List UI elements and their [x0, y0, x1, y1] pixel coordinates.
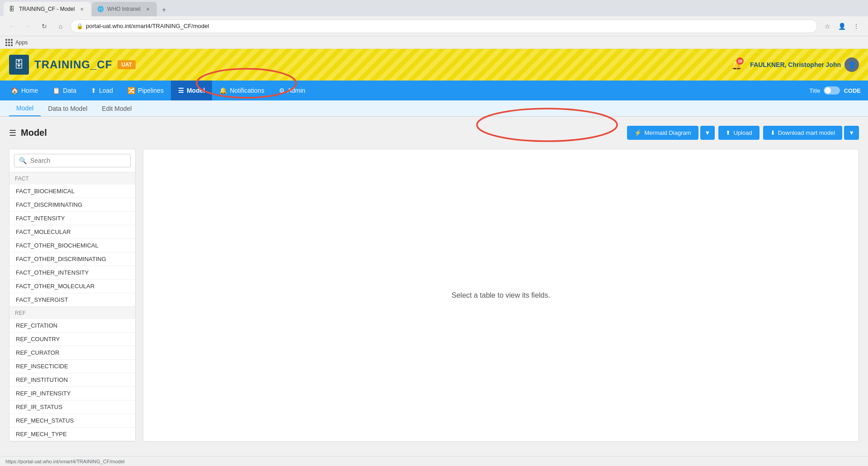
header-left: 🗄 TRAINING_CF UAT	[9, 55, 136, 75]
fact-group-header: FACT	[9, 172, 135, 185]
download-dropdown-button[interactable]: ▼	[844, 126, 859, 140]
search-input[interactable]	[30, 157, 126, 164]
menu-icon[interactable]: ⋮	[850, 20, 863, 33]
toggle-knob	[825, 87, 831, 94]
page-actions: ⚡ Mermaid Diagram ▼ ⬆ Upload ⬇ Download …	[627, 126, 859, 140]
tab-favicon-1: 🗄	[9, 6, 15, 12]
pipelines-icon: 🔀	[127, 87, 135, 94]
list-item[interactable]: FACT_DISCRIMINATING	[9, 198, 135, 212]
nav-load[interactable]: ⬆ Load	[84, 81, 120, 100]
tab-favicon-2: 🌐	[97, 6, 104, 12]
list-item[interactable]: REF_INSECTICIDE	[9, 360, 135, 373]
nav-pipelines[interactable]: 🔀 Pipelines	[120, 81, 171, 100]
user-name: FAULKNER, Christopher John	[750, 61, 841, 68]
bookmark-icon[interactable]: ☆	[821, 20, 834, 33]
list-item[interactable]: FACT_OTHER_INTENSITY	[9, 266, 135, 280]
sub-nav-edit-model[interactable]: Edit Model	[94, 100, 139, 116]
nav-model-label: Model	[187, 87, 205, 94]
chevron-down-icon: ▼	[705, 129, 711, 136]
tab-who-intranet[interactable]: 🌐 WHO Intranet ✕	[92, 2, 156, 16]
nav-home[interactable]: 🏠 Home	[4, 81, 45, 100]
mermaid-diagram-button[interactable]: ⚡ Mermaid Diagram	[627, 126, 698, 140]
nav-data-label: Data	[63, 87, 76, 94]
user-info[interactable]: FAULKNER, Christopher John 👤	[750, 57, 859, 72]
nav-admin-label: Admin	[288, 87, 306, 94]
notification-bell[interactable]: 🔔 16	[728, 57, 745, 73]
search-icon: 🔍	[19, 157, 27, 164]
download-mart-button[interactable]: ⬇ Download mart model	[763, 126, 842, 140]
browser-toolbar: ← → ↻ ⌂ 🔒 portal-uat.who.int/xmart4/TRAI…	[0, 16, 868, 36]
chevron-down-icon-2: ▼	[849, 129, 854, 136]
list-item[interactable]: FACT_INTENSITY	[9, 212, 135, 225]
list-item[interactable]: FACT_OTHER_MOLECULAR	[9, 280, 135, 293]
sub-nav: Model Data to Model Edit Model	[0, 100, 868, 117]
nav-data[interactable]: 📋 Data	[45, 81, 84, 100]
load-icon: ⬆	[91, 87, 96, 94]
upload-button[interactable]: ⬆ Upload	[718, 126, 759, 140]
list-item[interactable]: FACT_OTHER_DISCRIMINATING	[9, 252, 135, 266]
data-icon: 📋	[52, 87, 60, 94]
uat-badge: UAT	[118, 60, 136, 69]
list-item[interactable]: FACT_BIOCHEMICAL	[9, 185, 135, 198]
select-message: Select a table to view its fields.	[452, 291, 550, 300]
ssl-lock-icon: 🔒	[76, 23, 83, 29]
list-item[interactable]: FACT_MOLECULAR	[9, 225, 135, 239]
home-button[interactable]: ⌂	[54, 20, 67, 33]
model-nav-icon: ☰	[178, 87, 184, 94]
nav-pipelines-label: Pipelines	[138, 87, 164, 94]
notifications-icon: 🔔	[219, 87, 227, 94]
app-title: TRAINING_CF	[34, 58, 112, 71]
list-item[interactable]: REF_IR_STATUS	[9, 400, 135, 414]
tab-training-cf[interactable]: 🗄 TRAINING_CF - Model ✕	[4, 2, 91, 16]
list-item[interactable]: REF_IR_INTENSITY	[9, 387, 135, 400]
app-logo: 🗄	[9, 55, 29, 75]
search-box: 🔍	[9, 149, 135, 172]
sub-nav-data-to-model[interactable]: Data to Model	[41, 100, 94, 116]
nav-notifications[interactable]: 🔔 Notifications	[212, 81, 271, 100]
address-bar[interactable]: 🔒 portal-uat.who.int/xmart4/TRAINING_CF/…	[71, 19, 817, 33]
app-container: 🗄 TRAINING_CF UAT 🔔 16 FAULKNER, Christo…	[0, 49, 868, 451]
page-header: ☰ Model ⚡ Mermaid Diagram ▼ ⬆ Upload ⬇ D…	[9, 126, 859, 140]
home-icon: 🏠	[11, 87, 19, 94]
main-layout: 🔍 FACT FACT_BIOCHEMICAL FACT_DISCRIMINAT…	[9, 149, 859, 442]
nav-home-label: Home	[21, 87, 38, 94]
code-label[interactable]: CODE	[844, 87, 861, 94]
tab-close-2[interactable]: ✕	[144, 5, 151, 13]
nav-items: 🏠 Home 📋 Data ⬆ Load 🔀 Pipelines ☰ Model…	[4, 81, 312, 100]
nav-load-label: Load	[99, 87, 113, 94]
list-item[interactable]: REF_INSTITUTION	[9, 373, 135, 387]
header-right: 🔔 16 FAULKNER, Christopher John 👤	[728, 57, 859, 73]
sidebar: 🔍 FACT FACT_BIOCHEMICAL FACT_DISCRIMINAT…	[9, 149, 136, 442]
back-button[interactable]: ←	[5, 20, 18, 33]
nav-bar: 🏠 Home 📋 Data ⬆ Load 🔀 Pipelines ☰ Model…	[0, 81, 868, 100]
sub-nav-model[interactable]: Model	[9, 100, 41, 116]
list-item[interactable]: REF_MECH_STATUS	[9, 414, 135, 428]
list-item[interactable]: REF_COUNTRY	[9, 333, 135, 346]
browser-chrome: 🗄 TRAINING_CF - Model ✕ 🌐 WHO Intranet ✕…	[0, 0, 868, 49]
fact-group: FACT FACT_BIOCHEMICAL FACT_DISCRIMINATIN…	[9, 172, 135, 307]
profile-icon[interactable]: 👤	[835, 20, 848, 33]
tab-close-1[interactable]: ✕	[78, 5, 85, 13]
mermaid-dropdown-button[interactable]: ▼	[700, 126, 715, 140]
list-item[interactable]: FACT_SYNERGIST	[9, 293, 135, 307]
apps-label[interactable]: Apps	[15, 39, 28, 46]
list-item[interactable]: REF_CURATOR	[9, 346, 135, 360]
nav-admin[interactable]: ⚙ Admin	[272, 81, 313, 100]
title-toggle[interactable]	[824, 86, 840, 95]
new-tab-button[interactable]: +	[158, 4, 170, 16]
page-title: Model	[21, 128, 47, 138]
reload-button[interactable]: ↻	[38, 20, 51, 33]
forward-button[interactable]: →	[22, 20, 34, 33]
ref-group: REF REF_CITATION REF_COUNTRY REF_CURATOR…	[9, 307, 135, 441]
apps-grid-icon[interactable]	[5, 39, 13, 46]
search-input-wrapper[interactable]: 🔍	[14, 154, 131, 167]
toolbar-right: ☆ 👤 ⋮	[821, 20, 863, 33]
list-item[interactable]: REF_CITATION	[9, 319, 135, 333]
content-area: Select a table to view its fields.	[143, 149, 859, 442]
list-item[interactable]: REF_MECH_TYPE	[9, 428, 135, 441]
notification-count: 16	[736, 57, 744, 65]
apps-bar: Apps	[0, 36, 868, 49]
nav-model[interactable]: ☰ Model	[171, 81, 212, 100]
list-item[interactable]: FACT_OTHER_BIOCHEMICAL	[9, 239, 135, 252]
user-avatar: 👤	[844, 57, 859, 72]
